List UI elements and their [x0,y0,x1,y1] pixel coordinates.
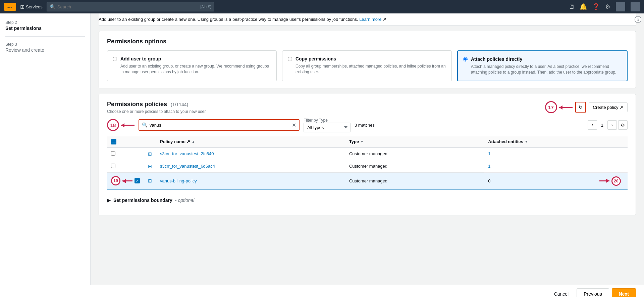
annotation-19: 19 [111,176,120,185]
th-attached[interactable]: Attached entities ▼ [484,136,628,147]
filter-type-group: Filter by Type All types [304,118,351,132]
bell-icon[interactable]: 🔔 [580,3,587,10]
option3-desc: Attach a managed policy directly to a us… [471,64,622,75]
row2-expand-cell[interactable]: ⊞ [144,160,156,172]
table-row: ⊞ s3crr_for_vanustest_6d6ac4 Customer ma… [107,160,628,172]
row2-name-cell: s3crr_for_vanustest_6d6ac4 [156,160,345,172]
policies-title: Permissions policies (1/1144) [107,101,188,108]
cancel-button[interactable]: Cancel [549,289,574,297]
policies-table: — Policy name ↗ ▲ Type ▼ [107,136,628,190]
radio-add-group[interactable] [113,57,117,61]
page-layout: Step 2 Set permissions Step 3 Review and… [0,13,644,285]
page-number: 1 [598,123,606,128]
arrow-18 [121,125,135,126]
row3-checkbox[interactable]: ✓ [135,178,140,183]
sort-icon-name: ▲ [192,140,195,143]
row1-policy-link[interactable]: s3crr_for_vanustest_2fc640 [160,151,214,156]
row3-type-cell: Customer managed [345,172,484,189]
sidebar-step3-label: Step 3 Review and create [5,42,85,53]
policy-search-wrap: 🔍 ✕ [139,119,300,131]
filter-type-label: Filter by Type [304,118,351,123]
option1-title: Add user to group [120,56,271,61]
next-page-button[interactable]: › [607,120,617,130]
clear-search-icon[interactable]: ✕ [292,122,296,128]
arrow-17 [559,107,573,108]
radio-attach[interactable] [463,57,468,61]
nav-right: 🖥 🔔 ❓ ⚙ [568,2,640,11]
services-menu[interactable]: ⊞ Services [20,4,43,10]
global-search[interactable]: 🔍 [Alt+S] [47,2,214,11]
learn-more-link[interactable]: Learn more [359,17,381,22]
row2-type-cell: Customer managed [345,160,484,172]
row1-checkbox-cell[interactable] [107,147,144,160]
row3-policy-link[interactable]: vanus-billing-policy [160,178,197,183]
pagination-controls: ‹ 1 › ⚙ [588,120,628,130]
sort-icon-attached: ▼ [525,140,528,143]
svg-text:aws: aws [7,6,12,9]
option-attach-directly[interactable]: Attach policies directly Attach a manage… [457,50,628,81]
permissions-options-group: Add user to group Add user to an existin… [107,50,628,81]
row1-attached-link[interactable]: 1 [488,151,490,156]
row1-attached-cell: 1 [484,147,628,160]
boundary-optional: - optional [175,198,195,203]
row1-expand-icon[interactable]: ⊞ [148,151,152,157]
refresh-button[interactable]: ↻ [575,102,586,113]
policies-card: Permissions policies (1/1144) Choose one… [99,94,636,216]
row3-name-cell: vanus-billing-policy [156,172,345,189]
cloud-icon[interactable]: 🖥 [568,3,574,10]
top-nav: aws ⊞ Services 🔍 [Alt+S] 🖥 🔔 ❓ ⚙ [0,0,644,13]
permissions-options-card: Permissions options Add user to group Ad… [99,31,636,88]
table-row-selected: 19 ✓ ⊞ vanus-billing-policy Customer man… [107,172,628,189]
table-body: ⊞ s3crr_for_vanustest_2fc640 Customer ma… [107,147,628,189]
option2-desc: Copy all group memberships, attached man… [296,63,446,75]
user-avatar[interactable] [616,2,625,11]
row2-checkbox[interactable] [111,164,115,168]
info-banner: Add user to an existing group or create … [99,13,636,26]
row2-attached-link[interactable]: 1 [488,164,490,169]
th-policy-name[interactable]: Policy name ↗ ▲ [156,136,345,147]
row3-attached-cell: 0 20 [484,173,628,189]
create-policy-button[interactable]: Create policy ↗ [589,102,628,112]
help-icon[interactable]: ❓ [592,3,600,10]
option-add-to-group[interactable]: Add user to group Add user to an existin… [107,50,277,81]
row1-checkbox[interactable] [111,151,115,156]
option2-title: Copy permissions [296,56,446,61]
filter-type-select[interactable]: All types [304,123,351,132]
boundary-chevron: ▶ [107,198,111,203]
arrow-20 [599,180,609,181]
radio-copy[interactable] [288,57,292,61]
row2-attached-cell: 1 [484,160,628,172]
matches-count: 3 matches [355,123,375,128]
annotation-17-group: 17 [545,101,573,113]
table-settings-button[interactable]: ⚙ [618,120,628,130]
previous-button[interactable]: Previous [577,288,609,297]
row2-policy-link[interactable]: s3crr_for_vanustest_6d6ac4 [160,164,215,169]
permissions-options-title: Permissions options [107,38,628,45]
policy-search-input[interactable] [150,123,292,128]
option-copy-permissions[interactable]: Copy permissions Copy all group membersh… [282,50,452,81]
row1-expand-cell[interactable]: ⊞ [144,147,156,160]
prev-page-button[interactable]: ‹ [588,120,597,130]
th-type[interactable]: Type ▼ [345,136,484,147]
page-info-icon[interactable]: ℹ [635,16,641,23]
next-button[interactable]: Next [612,288,636,297]
search-input[interactable] [57,4,200,9]
select-all-checkbox[interactable]: — [111,139,116,144]
sidebar: Step 2 Set permissions Step 3 Review and… [0,13,91,285]
boundary-section: ▶ Set permissions boundary - optional [107,192,628,208]
account-avatar[interactable] [631,2,640,11]
row2-checkbox-cell[interactable] [107,160,144,172]
policies-title-group: Permissions policies (1/1144) Choose one… [107,101,207,114]
policies-header: Permissions policies (1/1144) Choose one… [107,101,628,114]
row3-checkbox-cell[interactable]: 19 ✓ [107,172,144,189]
settings-icon[interactable]: ⚙ [605,3,610,10]
row3-expand-icon[interactable]: ⊞ [148,178,152,183]
annotation-17: 17 [545,101,557,113]
search-hint: [Alt+S] [200,5,211,9]
th-select-all[interactable]: — [107,136,144,147]
boundary-toggle[interactable]: ▶ Set permissions boundary - optional [107,198,628,203]
aws-logo[interactable]: aws [4,3,16,11]
arrow-19 [122,180,132,181]
row2-expand-icon[interactable]: ⊞ [148,164,152,169]
row3-expand-cell[interactable]: ⊞ [144,172,156,189]
